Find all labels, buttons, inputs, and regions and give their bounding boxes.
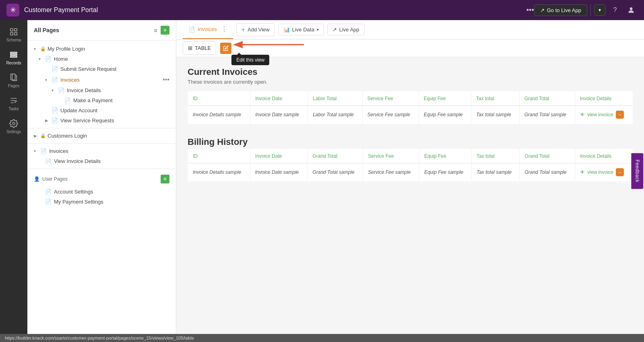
tree-item-label: Customers Login: [47, 133, 87, 139]
sidebar-item-tasks[interactable]: Tasks: [0, 92, 27, 115]
live-app-icon: ↗: [540, 7, 545, 13]
col-tax-total: Tax total: [471, 92, 519, 106]
table-header: ID Invoice Date Grand Total Service Fee …: [188, 149, 633, 163]
cell-service-fee: Service Fee sample: [362, 106, 419, 124]
tree-item-invoice-details[interactable]: ▾ 📄 Invoice Details: [27, 85, 176, 95]
live-app-label: Go to Live App: [547, 7, 581, 13]
tree-item-account-settings[interactable]: 📄 Account Settings: [27, 187, 176, 197]
svg-rect-2: [14, 29, 17, 31]
sidebar-title: All Pages: [34, 27, 154, 33]
view-invoice-link[interactable]: 👁 view invoice →: [580, 168, 627, 176]
cell-invoice-details[interactable]: 👁 view invoice →: [575, 163, 633, 181]
page-icon: 📄: [52, 77, 58, 83]
chevron-icon: ▾: [39, 57, 43, 61]
cell-tax-total: Tax total sample: [471, 163, 519, 181]
go-to-live-app-button[interactable]: ↗ Go to Live App: [534, 4, 587, 16]
cell-grand-total: Grand Total sample: [519, 106, 575, 124]
tree-item-invoices-top[interactable]: ▾ 📄 Invoices: [27, 146, 176, 156]
view-toolbar: ⊞ TABLE Edit this view: [176, 39, 644, 57]
page-icon: 📄: [40, 148, 47, 154]
page-icon: 📄: [52, 107, 58, 113]
tree-item-label: Submit Service Request: [60, 66, 116, 72]
table-body: Invoice Details sample Invoice Date samp…: [188, 106, 633, 124]
topbar-more-btn[interactable]: •••: [526, 6, 534, 14]
arrow-button[interactable]: →: [616, 168, 624, 176]
live-app-tab-icon: ↗: [332, 27, 337, 33]
tree-item-my-payment-settings[interactable]: 📄 My Payment Settings: [27, 197, 176, 207]
add-view-icon: +: [242, 26, 245, 33]
live-data-dropdown-icon: ▾: [317, 27, 319, 32]
main-layout: Schema Records Pages Tasks Settings All …: [0, 20, 644, 334]
page-icon: 📄: [45, 158, 52, 164]
feedback-button[interactable]: Feedback: [632, 153, 644, 189]
chevron-icon: ▶: [45, 118, 50, 123]
records-label: Records: [6, 61, 21, 65]
sidebar-item-pages[interactable]: Pages: [0, 69, 27, 92]
current-invoices-title: Current Invoices: [188, 67, 633, 77]
add-page-button[interactable]: +: [161, 26, 169, 35]
schema-label: Schema: [6, 38, 21, 42]
tooltip-text: Edit this view: [236, 57, 264, 63]
svg-point-0: [630, 7, 633, 10]
tree-item-invoices[interactable]: ▾ 📄 Invoices •••: [27, 74, 176, 85]
sidebar-header: All Pages ≡ +: [27, 20, 176, 41]
tree-item-label: View Service Requests: [60, 117, 114, 124]
tree-item-customers-login[interactable]: ▶ 🔒 Customers Login: [27, 131, 176, 141]
pages-label: Pages: [8, 84, 19, 88]
tab-invoices[interactable]: 📄 Invoices ⋮: [183, 20, 233, 39]
cell-service-fee: Service Fee sample: [363, 163, 419, 181]
topbar: ✳ Customer Payment Portal ••• ↗ Go to Li…: [0, 0, 644, 20]
svg-rect-5: [10, 52, 17, 54]
status-bar: https://builder.knack.com/ssarto/custome…: [0, 334, 644, 342]
table-header: ID Invoice Date Labor Total Service Fee …: [188, 92, 633, 106]
svg-rect-8: [11, 74, 15, 80]
page-icon: 📄: [52, 117, 58, 124]
arrow-button[interactable]: →: [616, 111, 624, 119]
tab-more-icon[interactable]: ⋮: [221, 25, 227, 33]
live-app-dropdown-button[interactable]: ▾: [594, 4, 605, 16]
help-button[interactable]: ?: [609, 4, 621, 16]
chevron-icon: ▾: [34, 149, 39, 153]
logo-symbol: ✳: [10, 6, 16, 14]
live-app-tab-label: Live App: [339, 27, 359, 33]
tree-item-submit-service-request[interactable]: 📄 Submit Service Request: [27, 64, 176, 74]
billing-history-table: ID Invoice Date Grand Total Service Fee …: [188, 149, 633, 181]
app-logo: ✳: [6, 4, 19, 16]
user-icon: 👤: [34, 176, 40, 182]
tree-item-view-service-requests[interactable]: ▶ 📄 View Service Requests: [27, 115, 176, 126]
tree-item-make-a-payment[interactable]: 📄 Make a Payment: [27, 95, 176, 105]
sidebar: All Pages ≡ + ▾ 🔒 My Profile Login ▾ 📄 H…: [27, 20, 176, 334]
more-options-icon[interactable]: •••: [163, 76, 169, 83]
status-url: https://builder.knack.com/ssarto/custome…: [5, 336, 194, 340]
sidebar-item-settings[interactable]: Settings: [0, 115, 27, 138]
tree-item-view-invoice-details[interactable]: 📄 View Invoice Details: [27, 156, 176, 166]
cell-id: Invoice Details sample: [188, 106, 250, 124]
add-user-page-button[interactable]: +: [161, 175, 169, 183]
tasks-label: Tasks: [8, 107, 19, 111]
live-data-button[interactable]: 📊 Live Data ▾: [278, 24, 324, 35]
sidebar-item-records[interactable]: Records: [0, 46, 27, 69]
chevron-icon: ▾: [45, 78, 50, 82]
svg-point-9: [12, 122, 15, 125]
tree-item-my-profile-login[interactable]: ▾ 🔒 My Profile Login: [27, 44, 176, 54]
cell-equip-fee: Equip Fee sample: [419, 106, 471, 124]
eye-icon: 👁: [580, 112, 585, 117]
tree-item-home[interactable]: ▾ 📄 Home: [27, 54, 176, 64]
user-menu-button[interactable]: [625, 4, 638, 16]
filter-icon[interactable]: ≡: [154, 27, 157, 34]
page-icon: 📄: [45, 189, 52, 195]
view-invoice-link[interactable]: 👁 view invoice →: [580, 111, 627, 119]
cell-labor-total: Labor Total sample: [308, 106, 362, 124]
add-view-button[interactable]: + Add View: [236, 23, 275, 36]
sidebar-item-schema[interactable]: Schema: [0, 23, 27, 46]
cell-invoice-details[interactable]: 👁 view invoice →: [575, 106, 632, 124]
live-app-tab-button[interactable]: ↗ Live App: [327, 24, 365, 35]
col-invoice-date: Invoice Date: [250, 92, 308, 106]
page-icon: 📄: [58, 87, 64, 93]
view-table-button[interactable]: ⊞ TABLE: [183, 41, 216, 55]
tree-item-label: My Profile Login: [47, 46, 85, 52]
page-tree: ▾ 🔒 My Profile Login ▾ 📄 Home 📄 Submit S…: [27, 41, 176, 210]
svg-rect-1: [10, 29, 13, 31]
edit-view-container: Edit this view: [216, 43, 231, 54]
tree-item-update-account[interactable]: 📄 Update Account: [27, 105, 176, 115]
